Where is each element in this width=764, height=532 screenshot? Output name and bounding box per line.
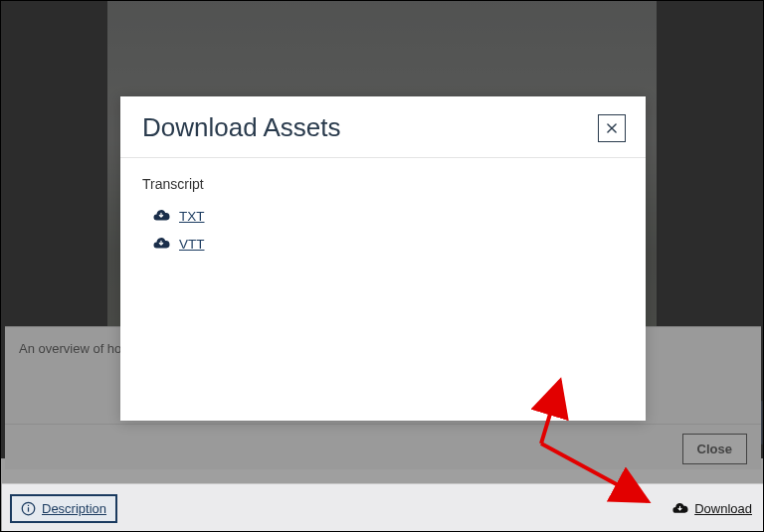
panel-close-button[interactable]: Close — [682, 434, 747, 464]
panel-footer: Close — [5, 424, 761, 469]
modal-header: Download Assets — [120, 96, 646, 158]
info-icon — [21, 501, 36, 516]
asset-link-vtt[interactable]: VTT — [142, 230, 624, 258]
asset-link-txt[interactable]: TXT — [142, 202, 624, 230]
tab-description-label: Description — [42, 501, 106, 516]
tab-description[interactable]: Description — [10, 494, 117, 523]
modal-body: Transcript TXT VTT — [120, 158, 646, 275]
transcript-section-label: Transcript — [142, 176, 624, 192]
svg-rect-3 — [28, 504, 29, 505]
svg-rect-2 — [28, 507, 29, 511]
tab-download-label: Download — [694, 501, 752, 516]
close-icon — [605, 121, 619, 135]
cloud-download-icon — [671, 500, 688, 517]
cloud-download-icon — [152, 207, 170, 225]
tab-download[interactable]: Download — [668, 495, 756, 522]
asset-link-label: TXT — [179, 209, 205, 224]
download-assets-modal: Download Assets Transcript TXT VTT — [120, 96, 646, 421]
tabs-bar: Description Download — [2, 483, 764, 532]
modal-title: Download Assets — [142, 112, 340, 143]
modal-close-button[interactable] — [598, 114, 626, 142]
asset-link-label: VTT — [179, 237, 205, 252]
cloud-download-icon — [152, 235, 170, 253]
description-text: An overview of ho — [19, 341, 121, 356]
